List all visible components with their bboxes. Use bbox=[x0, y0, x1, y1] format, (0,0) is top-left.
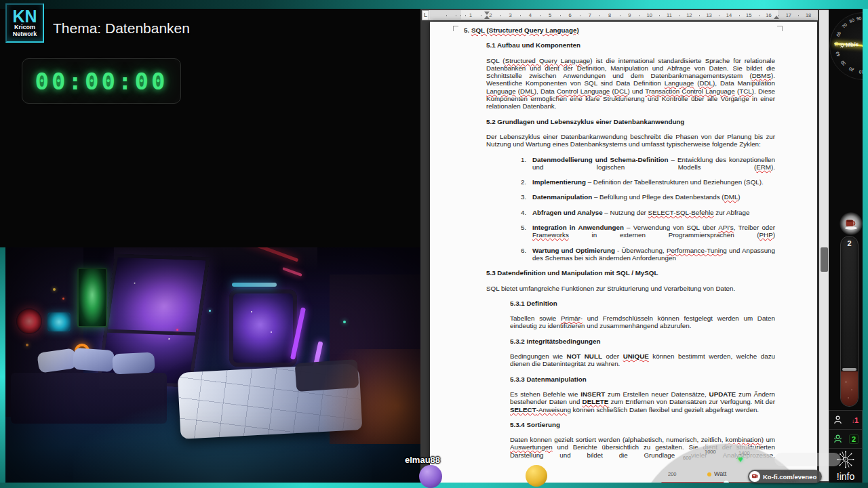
doc-block-p: SQL (Structured Query Language) ist die … bbox=[486, 57, 775, 110]
doc-text-segment: ) bbox=[773, 231, 775, 239]
brand-panel bbox=[0, 9, 420, 247]
doc-text-segment: ), Data Manipulation bbox=[713, 79, 775, 87]
doc-text-segment: Frameworks bbox=[532, 231, 569, 239]
doc-text-segment: 5.2 Grundlagen und Lebenszyklus einer Da… bbox=[486, 118, 684, 125]
list-text: Implementierung – Definition der Tabelle… bbox=[532, 178, 775, 186]
list-number: 3. bbox=[521, 193, 532, 201]
frame-strip-top bbox=[0, 0, 868, 9]
doc-text-segment: Implementierung bbox=[532, 178, 586, 186]
scifi-room-image bbox=[5, 247, 420, 483]
doc-text-segment: UPDATE bbox=[709, 390, 736, 398]
watt-gauge-number: 200 bbox=[668, 471, 677, 477]
counter-row-red: ↓1 bbox=[829, 410, 863, 429]
doc-text-segment: Tabellen sowie bbox=[510, 314, 561, 322]
ruler-left-margin-zone bbox=[430, 10, 461, 20]
list-number: 1. bbox=[521, 156, 532, 171]
right-indent-marker[interactable] bbox=[774, 16, 779, 19]
watt-gauge-number: 1000 bbox=[705, 449, 716, 455]
doc-content: 5. SQL (Structured Query Language)5.1 Au… bbox=[430, 26, 817, 466]
doc-text-segment: Abfragen und Analyse bbox=[532, 209, 603, 216]
doc-text-segment: INSERT bbox=[580, 390, 605, 398]
doc-block-h3: 5.3.1 Definition bbox=[510, 300, 775, 307]
doc-text-segment: DML bbox=[520, 87, 534, 95]
ruler-tick bbox=[739, 15, 740, 16]
doc-text-segment: Structured Query Language bbox=[505, 57, 591, 64]
doc-text-segment: ). bbox=[771, 163, 775, 171]
counter-row-green: 2 bbox=[829, 429, 863, 448]
coffee-cup-icon bbox=[844, 218, 859, 230]
viewer-counters: ↓1 2 bbox=[829, 410, 863, 488]
ruler-number: 8 bbox=[608, 12, 611, 18]
doc-text-segment: SQL bietet umfangreiche Funktionen zur S… bbox=[486, 285, 735, 292]
timer-digits: 00:00:00 bbox=[35, 68, 168, 95]
ruler-tick bbox=[456, 15, 456, 16]
ruler-number: 10 bbox=[647, 12, 652, 18]
doc-text-segment: ) bbox=[738, 193, 740, 201]
vertical-scrollbar[interactable] bbox=[819, 10, 829, 481]
doc-text-segment: oder bbox=[602, 352, 623, 360]
info-command-label: !info bbox=[837, 471, 854, 482]
frame-strip-photo-left bbox=[0, 247, 5, 483]
kofi-logo-icon bbox=[749, 471, 760, 482]
doc-text-segment: SELECT-SQL-Befehle bbox=[648, 209, 714, 216]
ruler-tick bbox=[540, 15, 541, 16]
doc-text-segment: 5.3.4 Sortierung bbox=[510, 421, 560, 428]
doc-text-segment: Primär- bbox=[561, 314, 583, 322]
doc-text-segment: NOT NULL bbox=[567, 352, 602, 360]
tube-fill-cap bbox=[842, 368, 856, 371]
list-number: 4. bbox=[521, 209, 532, 216]
ruler-tick bbox=[639, 15, 640, 16]
doc-text-segment: , Treiber oder bbox=[734, 224, 775, 231]
watt-indicator-dot bbox=[707, 472, 711, 476]
first-line-indent-marker[interactable] bbox=[484, 12, 490, 15]
doc-text-segment: Datenmodellierung und Schema-Definition bbox=[532, 156, 669, 163]
doc-block-li: 1.Datenmodellierung und Schema-Definitio… bbox=[521, 156, 775, 171]
doc-text-segment: 5.3.1 Definition bbox=[510, 300, 557, 307]
doc-text-segment: – Befüllung und Pflege des Datenbestands… bbox=[592, 193, 724, 201]
ruler-number: 18 bbox=[806, 12, 811, 18]
ruler-tick bbox=[679, 15, 680, 16]
heart-icon: ♥ bbox=[738, 454, 743, 464]
donation-goal-tube: 2 bbox=[840, 236, 859, 407]
doc-text-segment: PHP bbox=[760, 231, 773, 239]
doc-block-p: SQL bietet umfangreiche Funktionen zur S… bbox=[486, 285, 775, 292]
ruler-number: 16 bbox=[766, 12, 771, 18]
counter-green-value: 2 bbox=[849, 434, 859, 444]
hanging-indent-marker[interactable] bbox=[484, 16, 490, 19]
kofi-donate-button[interactable]: Ko-fi.com/eveneo bbox=[748, 470, 822, 483]
logo-line1: Kricom bbox=[14, 24, 35, 30]
list-number: 5. bbox=[521, 224, 532, 239]
watt-gauge-number: 600 bbox=[683, 455, 692, 461]
ruler-number: 5 bbox=[549, 12, 551, 18]
doc-block-h3: 5.3.4 Sortierung bbox=[510, 421, 775, 428]
ruler-tick bbox=[500, 15, 501, 16]
ruler-number: 13 bbox=[706, 12, 711, 18]
doc-text-segment: DML bbox=[724, 193, 738, 201]
tube-fill bbox=[841, 371, 858, 406]
doc-text-segment: 5.3.2 Integritätsbedingungen bbox=[510, 338, 600, 345]
doc-text-segment: DBMS bbox=[752, 72, 771, 79]
scrollbar-thumb[interactable] bbox=[821, 247, 828, 272]
document-page[interactable]: 5. SQL (Structured Query Language)5.1 Au… bbox=[430, 22, 817, 483]
ruler-number: 3 bbox=[509, 12, 512, 18]
doc-block-li: 6.Wartung und Optimierung - Überwachung,… bbox=[521, 247, 775, 262]
word-document-window: L 123456789101112131415161718 5. SQL (St… bbox=[420, 9, 834, 483]
avatar-yellow bbox=[526, 465, 547, 487]
ruler-number: 6 bbox=[568, 12, 571, 18]
doc-block-p: Tabellen sowie Primär- und Fremdschlüsse… bbox=[510, 314, 775, 330]
doc-block-h2: 5.1 Aufbau und Komponenten bbox=[486, 41, 775, 49]
ruler-number: 17 bbox=[786, 12, 791, 18]
doc-text-segment: 5.1 Aufbau und Komponenten bbox=[486, 41, 580, 49]
network-gauge-number: 60 bbox=[834, 28, 842, 39]
doc-text-segment: – Verwendung von SQL über bbox=[624, 224, 718, 231]
goal-count: 2 bbox=[841, 239, 858, 247]
doc-text-segment: UNIQUE bbox=[623, 352, 649, 360]
doc-text-segment: DDL bbox=[699, 79, 713, 87]
ruler-tick bbox=[759, 15, 760, 16]
person-icon bbox=[833, 415, 843, 425]
tab-stop-selector[interactable]: L bbox=[422, 10, 429, 20]
ruler-tick bbox=[719, 15, 719, 16]
doc-text-segment: Integration in Anwendungen bbox=[532, 224, 624, 231]
doc-text-segment: – Definition der Tabellenstrukturen und … bbox=[586, 178, 764, 186]
doc-text-segment: SELECT bbox=[510, 406, 536, 413]
